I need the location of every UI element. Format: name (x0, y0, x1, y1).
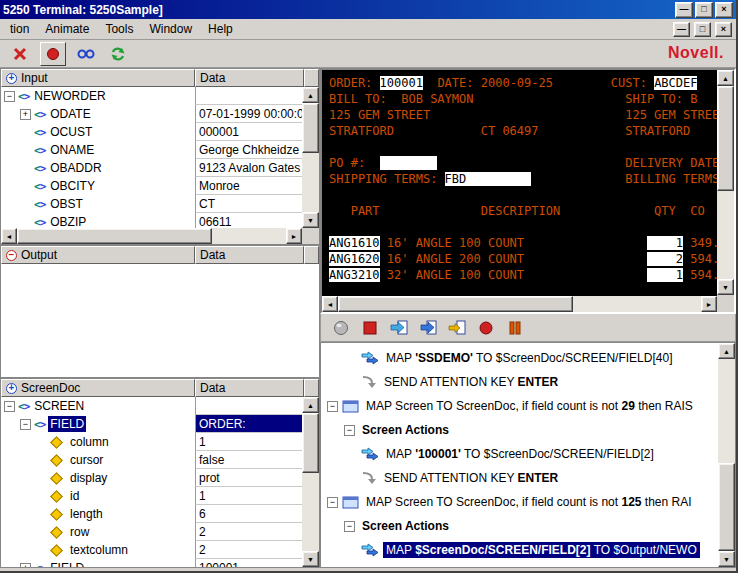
tree-value[interactable]: 1 (195, 433, 302, 451)
scrollbar-thumb[interactable] (717, 86, 734, 191)
terminal-input-field[interactable]: ANG1610 (329, 236, 380, 250)
scroll-down-button[interactable]: ▼ (302, 551, 319, 567)
action-row[interactable]: −MAP Screen TO ScreenDoc, if field count… (321, 490, 718, 514)
scroll-up-button[interactable]: ▲ (302, 87, 319, 103)
tree-row-neworder[interactable]: −<>NEWORDER (1, 87, 302, 105)
action-row[interactable]: SEND ATTENTION KEY ENTER (321, 370, 718, 394)
action-row[interactable]: MAP $ScreenDoc/SCREEN/FIELD[2] TO $Outpu… (321, 538, 718, 562)
terminal-input-field[interactable]: FBD (445, 172, 532, 186)
terminal-horizontal-scrollbar[interactable]: ◄ ► (322, 296, 717, 312)
scrollbar-thumb[interactable] (302, 103, 319, 153)
run-to-icon[interactable] (447, 318, 467, 338)
tree-value[interactable]: 2 (195, 541, 302, 559)
output-collapse-icon[interactable]: − (6, 250, 17, 261)
tree-value[interactable]: false (195, 451, 302, 469)
input-horizontal-scrollbar[interactable]: ◄ ► (1, 228, 302, 244)
tree-row-display[interactable]: displayprot (1, 469, 302, 487)
scroll-down-button[interactable]: ▼ (717, 279, 734, 295)
tree-row-obzip[interactable]: <>OBZIP06611 (1, 213, 302, 228)
tree-value[interactable]: 06611 (195, 213, 302, 228)
mdi-minimize-button[interactable]: — (673, 22, 690, 37)
tree-row-oname[interactable]: <>ONAMEGeorge Chkheidze (1, 141, 302, 159)
tree-value[interactable]: ORDER: (195, 415, 302, 433)
terminal-vertical-scrollbar[interactable]: ▲ ▼ (717, 70, 734, 295)
terminal-input-field[interactable]: 1 (647, 236, 683, 250)
terminal-screen[interactable]: ORDER: 100001 DATE: 2000-09-25 CUST: ABC… (322, 70, 717, 295)
scroll-left-button[interactable]: ◄ (1, 228, 17, 244)
delete-icon[interactable] (8, 43, 32, 65)
minimize-button[interactable]: — (675, 2, 693, 18)
tree-value[interactable]: CT (195, 195, 302, 213)
action-row[interactable]: −MAP Screen TO ScreenDoc, if field count… (321, 394, 718, 418)
mdi-close-button[interactable]: × (715, 22, 732, 37)
input-vertical-scrollbar[interactable]: ▲ ▼ (302, 87, 319, 228)
tree-expander-plus[interactable]: + (20, 109, 31, 120)
mdi-restore-button[interactable]: □ (694, 22, 711, 37)
scrollbar-thumb[interactable] (718, 463, 735, 551)
tree-row-textcolumn[interactable]: textcolumn2 (1, 541, 302, 559)
tree-value[interactable]: 2 (195, 523, 302, 541)
input-collapse-icon[interactable]: + (6, 73, 17, 84)
tree-row-field[interactable]: +<>FIELD100001 (1, 559, 302, 567)
tree-row-screen[interactable]: −<>SCREEN (1, 397, 302, 415)
menu-item-window[interactable]: Window (141, 20, 200, 39)
tree-expander-minus[interactable]: − (344, 521, 355, 532)
terminal-input-field[interactable] (380, 156, 438, 170)
tree-row-obcity[interactable]: <>OBCITYMonroe (1, 177, 302, 195)
terminal-input-field[interactable]: ABCDEF (654, 76, 697, 90)
tree-value[interactable]: 100001 (195, 559, 302, 567)
tree-row-ocust[interactable]: <>OCUST000001 (1, 123, 302, 141)
step-into-icon[interactable] (389, 318, 409, 338)
tree-row-cursor[interactable]: cursorfalse (1, 451, 302, 469)
maximize-button[interactable]: □ (695, 2, 713, 18)
refresh-icon[interactable] (106, 43, 130, 65)
tree-expander-plus[interactable]: + (20, 563, 31, 568)
action-row[interactable]: MAP 'SSDEMO' TO $ScreenDoc/SCREEN/FIELD[… (321, 346, 718, 370)
tree-value[interactable]: 1 (195, 487, 302, 505)
tree-expander-minus[interactable]: − (20, 419, 31, 430)
menu-item-animate[interactable]: Animate (37, 20, 97, 39)
scroll-left-button[interactable]: ◄ (322, 296, 338, 312)
close-button[interactable]: × (715, 2, 733, 18)
tree-value[interactable]: 000001 (195, 123, 302, 141)
tree-value[interactable]: 9123 Avalon Gates (195, 159, 302, 177)
tree-row-field[interactable]: −<>FIELDORDER: (1, 415, 302, 433)
screendoc-vertical-scrollbar[interactable]: ▲ ▼ (302, 397, 319, 567)
tree-expander-minus[interactable]: − (4, 401, 15, 412)
tree-expander-minus[interactable]: − (344, 425, 355, 436)
stop-icon[interactable] (360, 318, 380, 338)
tree-row-column[interactable]: column1 (1, 433, 302, 451)
tree-row-odate[interactable]: +<>ODATE07-01-1999 00:00:00 (1, 105, 302, 123)
action-row[interactable]: MAP '100001' TO $ScreenDoc/SCREEN/FIELD[… (321, 442, 718, 466)
tree-row-id[interactable]: id1 (1, 487, 302, 505)
tree-value[interactable]: 6 (195, 505, 302, 523)
scrollbar-thumb[interactable] (17, 228, 212, 244)
menu-item-tion[interactable]: tion (2, 20, 37, 39)
record-icon[interactable] (40, 42, 66, 66)
tree-value[interactable] (195, 397, 302, 415)
sphere-icon[interactable] (331, 318, 351, 338)
scroll-up-button[interactable]: ▲ (717, 70, 734, 86)
scroll-right-button[interactable]: ► (701, 296, 717, 312)
action-row[interactable]: −Screen Actions (321, 418, 718, 442)
tree-value[interactable]: George Chkheidze (195, 141, 302, 159)
tree-expander-minus[interactable]: − (327, 401, 338, 412)
menu-item-tools[interactable]: Tools (97, 20, 141, 39)
tree-row-row[interactable]: row2 (1, 523, 302, 541)
scroll-up-button[interactable]: ▲ (718, 343, 735, 359)
scroll-down-button[interactable]: ▼ (718, 551, 735, 567)
tree-row-length[interactable]: length6 (1, 505, 302, 523)
menu-item-help[interactable]: Help (200, 20, 241, 39)
tree-expander-minus[interactable]: − (327, 497, 338, 508)
tree-value[interactable]: 07-01-1999 00:00:00 (195, 105, 302, 123)
scrollbar-thumb[interactable] (338, 296, 573, 312)
tree-value[interactable] (195, 87, 302, 105)
action-row[interactable]: −Screen Actions (321, 514, 718, 538)
record-icon[interactable] (476, 318, 496, 338)
terminal-input-field[interactable]: 2 (647, 252, 683, 266)
step-over-icon[interactable] (418, 318, 438, 338)
tree-expander-minus[interactable]: − (4, 91, 15, 102)
tree-value[interactable]: Monroe (195, 177, 302, 195)
scroll-right-button[interactable]: ► (286, 228, 302, 244)
terminal-input-field[interactable]: ANG3210 (329, 268, 380, 282)
